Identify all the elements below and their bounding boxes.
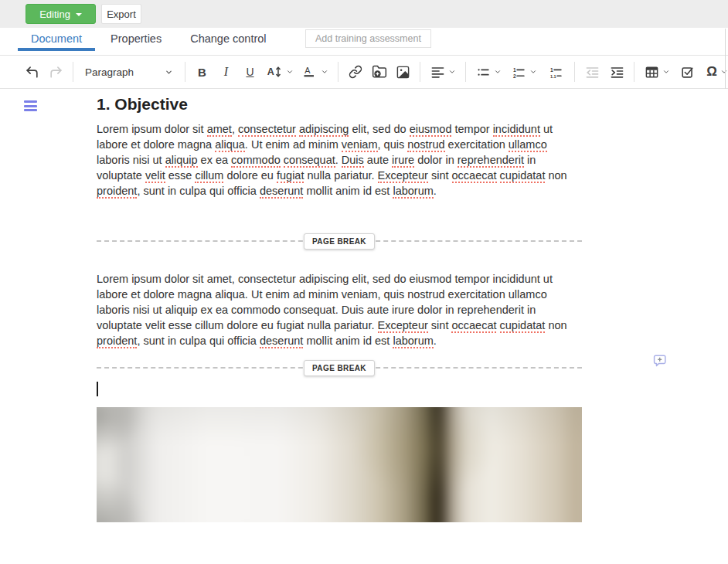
- table-icon: [645, 65, 659, 80]
- bold-button[interactable]: B: [190, 59, 214, 84]
- blurred-photo: [97, 407, 582, 522]
- svg-text:2: 2: [512, 73, 515, 78]
- paragraph-style-value: Paragraph: [85, 66, 134, 78]
- font-color-icon: A: [302, 64, 318, 80]
- editing-mode-button[interactable]: Editing: [26, 4, 96, 24]
- image-icon: [396, 65, 410, 80]
- text-align-button[interactable]: [425, 59, 461, 84]
- document-heading[interactable]: 1. Objective: [97, 95, 188, 114]
- paragraph-style-dropdown[interactable]: Paragraph: [78, 60, 180, 83]
- page-break-label: PAGE BREAK: [304, 233, 375, 250]
- bold-icon: B: [198, 66, 206, 79]
- add-training-assessment-button[interactable]: Add training assessment: [305, 29, 431, 48]
- caret-down-icon: [76, 13, 82, 16]
- redo-icon: [49, 65, 63, 80]
- block-menu-handle[interactable]: [24, 100, 37, 111]
- panel-right-border: [725, 29, 726, 89]
- toolbar-divider: [574, 62, 575, 82]
- text-cursor: [97, 382, 98, 396]
- svg-text:1.1: 1.1: [549, 73, 556, 78]
- chevron-down-icon: [529, 68, 537, 76]
- indent-icon: [610, 65, 624, 80]
- toolbar-divider: [465, 62, 466, 82]
- hamburger-icon: [24, 105, 37, 107]
- toolbar-divider: [73, 62, 73, 82]
- numbered-list-icon: 1 2: [512, 65, 526, 80]
- bullet-list-button[interactable]: [471, 59, 506, 84]
- font-size-icon: A: [266, 64, 283, 80]
- tab-document[interactable]: Document: [18, 28, 95, 51]
- toolbar-divider: [338, 62, 338, 82]
- underline-button[interactable]: U: [238, 59, 262, 84]
- redo-button[interactable]: [44, 59, 68, 84]
- svg-text:1: 1: [512, 66, 515, 72]
- omega-icon: Ω: [706, 64, 717, 80]
- undo-button[interactable]: [20, 59, 44, 84]
- underline-icon: U: [246, 66, 253, 78]
- undo-icon: [25, 65, 39, 80]
- chevron-down-icon: [720, 68, 728, 76]
- font-color-button[interactable]: A: [298, 59, 333, 84]
- chevron-down-icon: [448, 68, 456, 76]
- outdent-icon: [585, 65, 600, 80]
- formatting-toolbar: Paragraph B I U A A: [0, 55, 728, 89]
- paragraph-2[interactable]: Lorem ipsum dolor sit amet, consectetur …: [97, 271, 591, 348]
- indent-button[interactable]: [604, 59, 629, 84]
- svg-text:A: A: [267, 66, 274, 77]
- hamburger-icon: [24, 100, 37, 103]
- folder-add-icon: [372, 64, 387, 80]
- toolbar-divider: [420, 62, 420, 82]
- link-icon: [349, 65, 362, 79]
- chevron-down-icon: [662, 68, 670, 76]
- font-size-button[interactable]: A: [262, 59, 298, 84]
- chevron-down-icon: [286, 68, 294, 76]
- toolbar-divider: [185, 62, 185, 82]
- page-break-2: PAGE BREAK: [97, 359, 582, 376]
- page-break-1: PAGE BREAK: [97, 233, 582, 250]
- insert-table-button[interactable]: [639, 59, 675, 84]
- export-button[interactable]: Export: [101, 4, 141, 24]
- chevron-down-icon: [494, 68, 502, 76]
- insert-file-button[interactable]: [367, 59, 391, 84]
- top-action-bar: Editing Export: [0, 0, 728, 28]
- bullet-list-icon: [476, 65, 491, 80]
- document-canvas[interactable]: 1. Objective Lorem ipsum dolor sit amet,…: [0, 89, 728, 564]
- comment-plus-icon: [653, 354, 667, 368]
- editing-mode-label: Editing: [39, 8, 70, 20]
- tab-properties[interactable]: Properties: [97, 28, 175, 51]
- paragraph-1[interactable]: Lorem ipsum dolor sit amet, consectetur …: [97, 121, 591, 199]
- toolbar-divider: [634, 62, 634, 82]
- document-image[interactable]: [97, 407, 582, 522]
- task-checkbox-button[interactable]: [675, 59, 699, 84]
- chevron-down-icon: [321, 68, 328, 76]
- tab-bar: Document Properties Change control Add t…: [0, 28, 728, 55]
- italic-icon: I: [224, 65, 228, 79]
- chevron-down-icon: [165, 68, 173, 76]
- insert-link-button[interactable]: [343, 59, 367, 84]
- align-left-icon: [430, 65, 445, 80]
- page-break-label: PAGE BREAK: [304, 360, 375, 376]
- multilevel-list-button[interactable]: 1 1.1: [542, 59, 570, 84]
- insert-image-button[interactable]: [391, 59, 415, 84]
- numbered-list-button[interactable]: 1 2: [506, 59, 542, 84]
- svg-text:A: A: [304, 66, 311, 75]
- checkbox-icon: [680, 65, 695, 80]
- special-character-button[interactable]: Ω: [699, 59, 728, 84]
- document-editor: Editing Export Document Properties Chang…: [0, 0, 728, 564]
- hamburger-icon: [24, 109, 37, 111]
- tab-change-control[interactable]: Change control: [177, 28, 279, 51]
- multilevel-list-icon: 1 1.1: [549, 65, 563, 80]
- outdent-button[interactable]: [580, 59, 604, 84]
- add-comment-button[interactable]: [653, 354, 667, 368]
- svg-text:1: 1: [549, 66, 553, 72]
- italic-button[interactable]: I: [214, 59, 238, 84]
